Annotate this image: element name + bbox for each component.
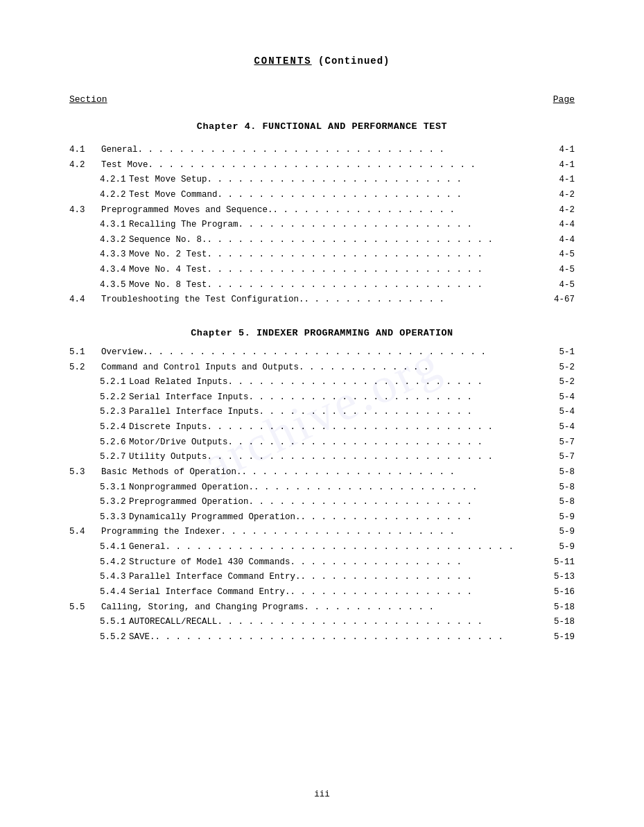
toc-entry-number: 5.4.4 [69, 585, 129, 600]
toc-entry-page: 4-2 [544, 203, 575, 218]
toc-entry-page: 4-1 [544, 143, 575, 157]
footer-page-number: iii [314, 790, 330, 799]
toc-row: 4.1General . . . . . . . . . . . . . . .… [69, 143, 575, 157]
toc-entry-text: Preprogrammed Operation [129, 495, 249, 510]
toc-entry-text: Parallel Interface Command Entry. [129, 570, 301, 584]
toc-entry-page: 5-4 [544, 420, 575, 435]
toc-entry-dots: . . . . . . . . . . . . . . . . . . . . … [207, 278, 544, 293]
toc-entry-page: 5-9 [544, 540, 575, 555]
toc-entry-number: 5.3.1 [69, 480, 129, 495]
toc-entry-dots: . . . . . . . . . . . . . . . . . . . . … [148, 345, 544, 360]
toc-entry-text: Utility Outputs [129, 450, 207, 464]
toc-row: 5.2.4Discrete Inputs . . . . . . . . . .… [69, 420, 575, 435]
chapter-heading-ch5: Chapter 5. INDEXER PROGRAMMING AND OPERA… [69, 328, 575, 338]
toc-entry-text: Move No. 2 Test [129, 247, 207, 262]
toc-entry-dots: . . . . . . . . . . . . . . . . . . . . … [249, 495, 544, 510]
toc-entry-number: 5.2.6 [69, 435, 129, 450]
toc-row: 5.3Basic Methods of Operation. . . . . .… [69, 465, 575, 480]
toc-entry-page: 5-11 [544, 555, 575, 570]
toc-row: 5.2.7Utility Outputs . . . . . . . . . .… [69, 450, 575, 464]
toc-entry-number: 4.3 [69, 203, 101, 218]
toc-row: 5.2.3Parallel Interface Inputs . . . . .… [69, 405, 575, 419]
page-title: CONTENTS (Continued) [69, 55, 575, 67]
toc-entry-text: Command and Control Inputs and Outputs [101, 360, 299, 375]
toc-entry-number: 4.3.1 [69, 218, 129, 232]
toc-entry-text: Overview. [101, 345, 148, 360]
toc-entry-page: 4-5 [544, 278, 575, 293]
toc-entry-number: 5.1 [69, 345, 101, 360]
toc-entry-page: 4-1 [544, 173, 575, 187]
toc-entry-text: Test Move Setup [129, 173, 207, 187]
toc-entry-number: 5.2.2 [69, 390, 129, 405]
toc-row: 5.5Calling, Storing, and Changing Progra… [69, 600, 575, 615]
toc-entry-number: 5.4 [69, 525, 101, 539]
toc-entry-page: 4-2 [544, 188, 575, 202]
toc-entry-page: 5-9 [544, 525, 575, 539]
section-page-header: Section Page [69, 94, 575, 105]
toc-entry-text: Preprogrammed Moves and Sequence. [101, 203, 273, 218]
page-label: Page [553, 94, 575, 105]
toc-entry-number: 4.2.2 [69, 188, 129, 202]
toc-entry-number: 5.4.1 [69, 540, 129, 555]
toc-row: 4.3.3Move No. 2 Test . . . . . . . . . .… [69, 247, 575, 262]
toc-entry-page: 4-4 [544, 233, 575, 247]
toc-row: 5.2.6Motor/Drive Outputs . . . . . . . .… [69, 435, 575, 450]
toc-entry-page: 4-67 [544, 293, 575, 307]
toc-entry-dots: . . . . . . . . . . . . . . . . . . . . … [218, 188, 544, 202]
toc-entry-page: 4-1 [544, 158, 575, 173]
toc-row: 4.3.2Sequence No. 8. . . . . . . . . . .… [69, 233, 575, 247]
toc-entry-page: 5-18 [544, 615, 575, 629]
toc-entry-dots: . . . . . . . . . . . . . . . . . [301, 510, 544, 525]
toc-entry-text: Troubleshooting the Test Configuration. [101, 293, 304, 307]
toc-entry-number: 5.2 [69, 360, 101, 375]
toc-entry-number: 5.2.7 [69, 450, 129, 464]
toc-row: 5.4.2Structure of Model 430 Commands . .… [69, 555, 575, 570]
toc-entry-number: 4.3.5 [69, 278, 129, 293]
toc-entry-text: AUTORECALL/RECALL [129, 615, 218, 629]
toc-entry-text: Load Related Inputs [129, 375, 228, 390]
toc-row: 5.1Overview. . . . . . . . . . . . . . .… [69, 345, 575, 360]
toc-entry-number: 5.2.1 [69, 375, 129, 390]
toc-entry-page: 5-18 [544, 600, 575, 615]
toc-entry-page: 4-4 [544, 218, 575, 232]
toc-row: 5.4.1General . . . . . . . . . . . . . .… [69, 540, 575, 555]
toc-entry-dots: . . . . . . . . . . . . . . . . . . . . … [207, 450, 544, 464]
toc-entry-dots: . . . . . . . . . . . . . . . . . . . . … [221, 525, 544, 539]
toc-entry-dots: . . . . . . . . . . . . . . . . . . . . … [207, 233, 544, 247]
toc-entry-dots: . . . . . . . . . . . . . . . . . . . . … [238, 218, 544, 232]
toc-entry-dots: . . . . . . . . . . . . . . . . . . [273, 203, 544, 218]
toc-row: 4.4Troubleshooting the Test Configuratio… [69, 293, 575, 307]
toc-entry-page: 5-4 [544, 390, 575, 405]
toc-row: 5.2.1Load Related Inputs . . . . . . . .… [69, 375, 575, 390]
toc-entry-page: 5-8 [544, 495, 575, 510]
toc-row: 5.4Programming the Indexer . . . . . . .… [69, 525, 575, 539]
toc-entry-text: Move No. 4 Test [129, 263, 207, 277]
toc-entry-dots: . . . . . . . . . . . . . . . . . . . . … [228, 435, 544, 450]
toc-entry-dots: . . . . . . . . . . . . . . . . . . . . … [207, 263, 544, 277]
toc-row: 4.3.1Recalling The Program . . . . . . .… [69, 218, 575, 232]
toc-entry-page: 5-8 [544, 465, 575, 480]
toc-entry-number: 4.2 [69, 158, 101, 173]
toc-row: 4.3.5Move No. 8 Test . . . . . . . . . .… [69, 278, 575, 293]
toc-entry-dots: . . . . . . . . . . . . . . . . . . . . … [155, 630, 544, 645]
toc-entry-number: 5.5 [69, 600, 101, 615]
toc-container: Chapter 4. FUNCTIONAL AND PERFORMANCE TE… [69, 121, 575, 644]
toc-entry-text: General [101, 143, 138, 157]
toc-entry-text: Test Move [101, 158, 148, 173]
toc-entry-dots: . . . . . . . . . . . . . . . . . . . . … [148, 158, 544, 173]
section-label: Section [69, 94, 107, 105]
toc-row: 4.2.1Test Move Setup . . . . . . . . . .… [69, 173, 575, 187]
toc-entry-dots: . . . . . . . . . . . . . . [304, 293, 544, 307]
toc-entry-page: 4-5 [544, 263, 575, 277]
toc-entry-page: 5-13 [544, 570, 575, 584]
toc-entry-dots: . . . . . . . . . . . . . . . . . . [290, 585, 544, 600]
toc-row: 5.4.3Parallel Interface Command Entry. .… [69, 570, 575, 584]
toc-entry-page: 5-4 [544, 405, 575, 419]
toc-entry-number: 5.3 [69, 465, 101, 480]
toc-entry-page: 5-7 [544, 450, 575, 464]
toc-entry-text: Test Move Command [129, 188, 218, 202]
toc-entry-page: 5-9 [544, 510, 575, 525]
toc-row: 5.2.2Serial Interface Inputs . . . . . .… [69, 390, 575, 405]
toc-entry-number: 4.3.3 [69, 247, 129, 262]
toc-row: 5.4.4Serial Interface Command Entry. . .… [69, 585, 575, 600]
